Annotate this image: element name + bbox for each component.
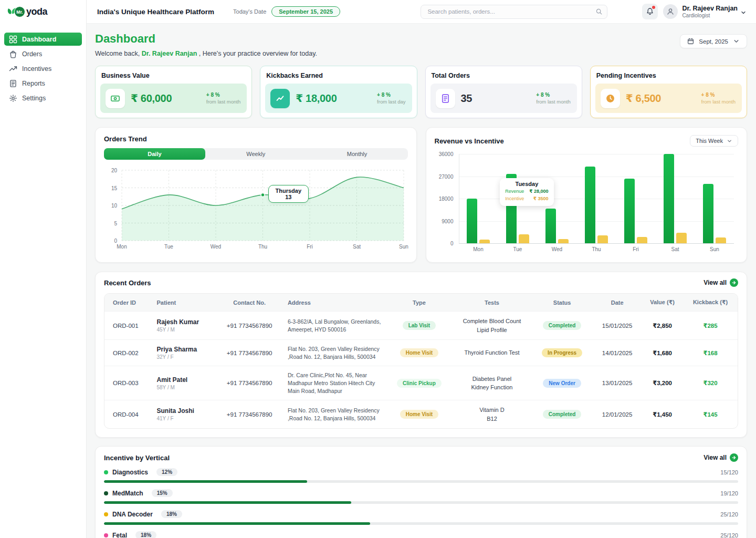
gear-icon (9, 94, 17, 102)
column-header: Type (386, 294, 453, 312)
page-title: Dashboard (95, 32, 317, 46)
order-type-badge: Lab Visit (403, 321, 436, 330)
recent-orders-card: Recent Orders View all Order IDPatientCo… (95, 272, 747, 438)
order-row: ORD-004Sunita Joshi41Y / F+91 7734567890… (104, 400, 738, 429)
column-header: Tests (453, 294, 531, 312)
incentive-view-all[interactable]: View all (704, 453, 738, 462)
tab-weekly[interactable]: Weekly (205, 148, 307, 160)
arrow-right-icon (730, 453, 738, 462)
order-type-badge: Home Visit (400, 410, 439, 419)
x-axis-label: Sun (396, 244, 412, 250)
order-value: ₹2,850 (642, 312, 683, 340)
order-id: ORD-001 (104, 312, 152, 340)
order-date: 13/01/2025 (593, 366, 642, 400)
column-header: Patient (152, 294, 215, 312)
x-axis-label: Fri (628, 247, 644, 252)
week-filter-button[interactable]: This Week (690, 135, 738, 147)
chevron-down-icon (733, 38, 740, 45)
sidebar-item-dashboard[interactable]: Dashboard (4, 33, 82, 46)
orders-trend-title: Orders Trend (104, 135, 408, 143)
order-value: ₹1,680 (642, 340, 683, 366)
stat-value: ₹ 18,000 (296, 92, 337, 105)
stat-card-pending-incentives: Pending Incentives₹ 6,500+ 8 %from last … (590, 66, 747, 118)
orders-trend-tabs: DailyWeeklyMonthly (104, 148, 408, 160)
stat-title: Total Orders (432, 72, 576, 79)
order-kickback: ₹168 (683, 340, 738, 366)
vertical-rows: Diagnostics12%15/120MedMatch15%19/120DNA… (104, 468, 738, 538)
order-date: 14/01/2025 (593, 340, 642, 366)
stat-title: Business Value (101, 72, 246, 79)
user-menu-chevron-icon[interactable] (740, 8, 747, 15)
sidebar-item-settings[interactable]: Settings (4, 91, 82, 105)
column-header: Date (593, 294, 642, 312)
vertical-percent-badge: 12% (156, 468, 177, 476)
patient-meta: 41Y / F (156, 416, 211, 421)
patient-meta: 45Y / M (156, 327, 211, 333)
clock-icon (601, 89, 620, 108)
search-icon (595, 8, 603, 15)
order-value: ₹1,450 (642, 400, 683, 429)
vertical-percent-badge: 18% (135, 531, 156, 538)
contact-number: +91 7734567890 (215, 366, 283, 400)
stats-row: Business Value₹ 60,000+ 8 %from last mon… (95, 66, 747, 118)
patient-meta: 32Y / F (156, 354, 211, 360)
patient-name: Rajesh Kumar (156, 318, 211, 326)
recent-orders-view-all[interactable]: View all (704, 278, 738, 287)
order-row: ORD-001Rajesh Kumar45Y / M+91 7734567890… (104, 312, 738, 340)
vertical-row-dna-decoder: DNA Decoder18%25/120 (104, 510, 738, 525)
vertical-label: Diagnostics (112, 469, 148, 476)
tab-daily[interactable]: Daily (104, 148, 205, 160)
app-root: Mr. yoda DashboardOrdersIncentivesReport… (0, 0, 756, 538)
order-value: ₹3,200 (642, 366, 683, 400)
user-avatar[interactable] (663, 4, 678, 19)
revenue-incentive-chart: Tuesday Revenue₹ 28,000 Incentive₹ 3500 … (435, 151, 739, 255)
revenue-bar (467, 199, 477, 243)
column-header: Address (284, 294, 386, 312)
tests-cell: Vitamin DB12 (453, 400, 531, 429)
search-input[interactable] (421, 5, 607, 19)
orders-list-icon (436, 89, 455, 108)
sidebar-item-incentives[interactable]: Incentives (4, 62, 82, 75)
tab-monthly[interactable]: Monthly (307, 148, 408, 160)
order-kickback: ₹145 (683, 400, 738, 429)
vertical-row-diagnostics: Diagnostics12%15/120 (104, 468, 738, 483)
revenue-bar (545, 209, 556, 243)
incentive-bar (558, 239, 569, 244)
vertical-fraction: 25/120 (720, 511, 738, 518)
stat-value: 35 (461, 92, 472, 105)
search-box[interactable] (421, 5, 607, 19)
order-id: ORD-002 (104, 340, 152, 366)
welcome-user-name: Dr. Rajeev Ranjan (142, 50, 197, 57)
arrow-right-icon (730, 278, 738, 287)
x-axis-label: Mon (470, 247, 486, 252)
vertical-progress-bar (104, 522, 738, 525)
order-row: ORD-002Priya Sharma32Y / F+91 7734567890… (104, 340, 738, 366)
address: Flat No. 203, Green Valley Residency ,Ro… (284, 400, 386, 429)
y-axis-label: 9000 (435, 219, 454, 224)
patient-name: Priya Sharma (156, 346, 211, 353)
vertical-dot (104, 533, 108, 537)
sidebar-item-label: Dashboard (22, 36, 56, 43)
today-date-label: Today's Date (233, 8, 266, 15)
sidebar-item-reports[interactable]: Reports (4, 77, 82, 90)
order-kickback: ₹320 (683, 366, 738, 400)
notifications-button[interactable] (642, 4, 658, 19)
sidebar-menu: DashboardOrdersIncentivesReportsSettings (0, 31, 86, 106)
grid-icon (9, 35, 17, 44)
sidebar-item-orders[interactable]: Orders (4, 47, 82, 60)
revenue-bar (585, 167, 595, 243)
tests-cell: Thyroid Function Test (453, 340, 531, 366)
vertical-row-fetal: Fetal18%25/120 (104, 531, 738, 538)
month-filter-button[interactable]: Sept, 2025 (680, 34, 747, 48)
column-header: Contact No. (215, 294, 283, 312)
brand-logo: Mr. yoda (0, 0, 86, 24)
revenue-bar (624, 179, 635, 243)
order-status-badge: Completed (543, 321, 582, 330)
incentive-bar (597, 235, 608, 243)
vertical-label: MedMatch (112, 490, 143, 497)
orders-trend-plot (104, 166, 408, 251)
vertical-dot (104, 491, 108, 495)
sidebar-item-label: Incentives (22, 65, 51, 73)
revenue-incentive-title: Revenue vs Incentive (435, 137, 504, 145)
orders-trend-chart: Thursday 13 05101520MonTueWedThuFriSatSu… (104, 166, 408, 251)
